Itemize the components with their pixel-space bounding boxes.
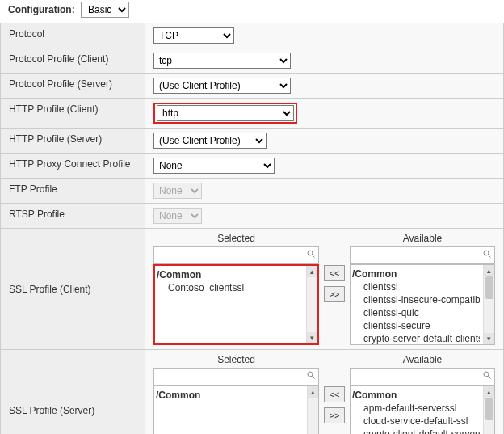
ftp-profile-label: FTP Profile (1, 179, 145, 204)
ssl-server-selected-list[interactable]: /Common ▴ ▾ (153, 386, 319, 434)
svg-point-0 (308, 251, 313, 255)
scrollbar[interactable]: ▴ ▾ (307, 386, 318, 434)
protocol-profile-client-select[interactable]: tcp (153, 53, 291, 69)
svg-point-2 (484, 251, 489, 255)
move-right-button[interactable]: >> (324, 286, 345, 302)
move-right-button[interactable]: >> (324, 407, 345, 423)
ssl-server-selected-search[interactable] (153, 368, 319, 386)
scrollbar[interactable]: ▴ ▾ (483, 265, 494, 344)
list-group: /Common (352, 389, 480, 402)
ssl-client-available-title: Available (350, 233, 495, 246)
ssl-profile-server-label: SSL Profile (Server) (1, 350, 145, 435)
http-proxy-connect-select[interactable]: None (153, 158, 275, 174)
search-icon (306, 370, 316, 380)
ssl-client-available-list[interactable]: /Common clientssl clientssl-insecure-com… (350, 264, 495, 345)
http-profile-server-label: HTTP Profile (Server) (1, 129, 145, 154)
search-icon (482, 370, 492, 380)
list-item[interactable]: Contoso_clientssl (157, 281, 303, 294)
list-item[interactable]: clientssl (352, 280, 480, 293)
ssl-client-selected-title: Selected (153, 233, 319, 246)
svg-line-3 (489, 255, 491, 258)
list-item[interactable]: clientssl-insecure-compatible (352, 293, 480, 306)
ssl-server-available-title: Available (350, 354, 495, 368)
scroll-down-icon[interactable]: ▾ (484, 333, 495, 344)
svg-point-4 (308, 372, 313, 377)
http-profile-client-select[interactable]: http (157, 105, 294, 121)
list-item[interactable]: crypto-client-default-serverssl (352, 428, 480, 434)
list-item[interactable]: clientssl-quic (352, 306, 480, 319)
scroll-up-icon[interactable]: ▴ (308, 386, 319, 398)
list-item[interactable]: clientssl-secure (352, 319, 480, 332)
scroll-down-icon[interactable]: ▾ (307, 332, 318, 343)
svg-line-7 (489, 377, 491, 379)
ssl-server-available-search[interactable] (350, 368, 495, 386)
list-item[interactable]: cloud-service-default-ssl (352, 415, 480, 428)
list-group: /Common (157, 268, 303, 281)
protocol-profile-client-label: Protocol Profile (Client) (1, 48, 145, 74)
scrollbar[interactable]: ▴ ▾ (306, 266, 317, 343)
ssl-client-selected-search[interactable] (153, 246, 319, 264)
scroll-up-icon[interactable]: ▴ (484, 265, 495, 276)
ssl-profile-client-label: SSL Profile (Client) (1, 229, 145, 350)
protocol-select[interactable]: TCP (153, 27, 234, 44)
ssl-server-available-list[interactable]: /Common apm-default-serverssl cloud-serv… (350, 386, 495, 434)
configuration-select[interactable]: Basic (81, 2, 129, 18)
list-group: /Common (352, 268, 480, 280)
ssl-server-selected-title: Selected (153, 354, 319, 368)
scroll-up-icon[interactable]: ▴ (484, 386, 495, 398)
rtsp-profile-select: None (153, 208, 202, 224)
svg-line-5 (313, 377, 315, 379)
protocol-profile-server-select[interactable]: (Use Client Profile) (153, 78, 291, 94)
move-left-button[interactable]: << (324, 386, 345, 402)
rtsp-profile-label: RTSP Profile (1, 204, 145, 229)
svg-line-1 (313, 255, 315, 258)
http-profile-client-label: HTTP Profile (Client) (1, 99, 145, 129)
ssl-client-selected-list[interactable]: /Common Contoso_clientssl ▴ ▾ (153, 264, 319, 345)
protocol-profile-server-label: Protocol Profile (Server) (1, 74, 145, 99)
ssl-client-available-search[interactable] (350, 246, 495, 264)
move-left-button[interactable]: << (324, 265, 345, 281)
search-icon (306, 249, 316, 259)
ftp-profile-select: None (153, 183, 202, 199)
list-item[interactable]: crypto-server-default-clientssl (352, 332, 480, 344)
scrollbar[interactable]: ▴ ▾ (483, 386, 494, 434)
http-proxy-connect-label: HTTP Proxy Connect Profile (1, 154, 145, 179)
http-profile-client-highlight: http (153, 103, 297, 124)
http-profile-server-select[interactable]: (Use Client Profile) (153, 133, 267, 149)
list-item[interactable]: apm-default-serverssl (352, 402, 480, 415)
search-icon (482, 249, 492, 259)
protocol-label: Protocol (1, 23, 145, 48)
list-group: /Common (156, 389, 304, 402)
configuration-label: Configuration: (8, 4, 75, 15)
svg-point-6 (484, 372, 489, 377)
scroll-up-icon[interactable]: ▴ (307, 266, 318, 277)
